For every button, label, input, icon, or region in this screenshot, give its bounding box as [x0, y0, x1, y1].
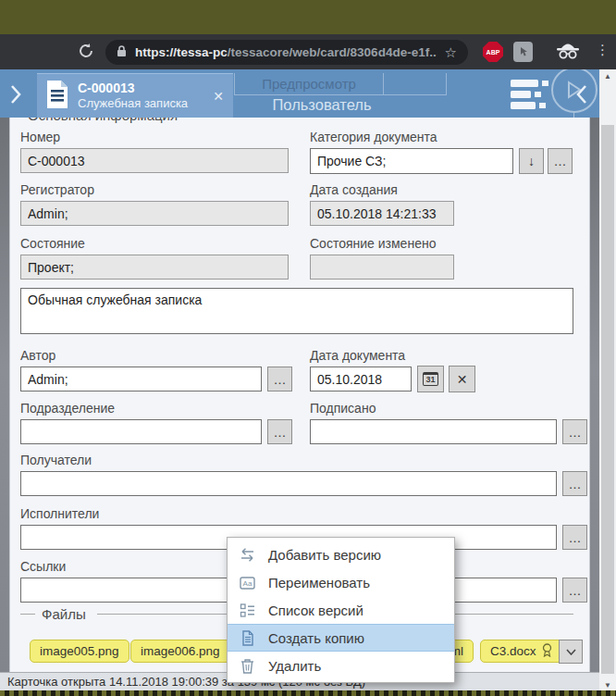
address-bar[interactable]: https://tessa-pc/tessacore/web/card/8306… — [105, 40, 468, 65]
label-recipients: Получатели — [20, 453, 92, 467]
extension-icon[interactable] — [513, 42, 533, 62]
tab-separator — [446, 73, 447, 94]
label-department: Подразделение — [20, 401, 115, 416]
document-icon — [46, 81, 68, 112]
url-text: https://tessa-pc/tessacore/web/card/8306… — [135, 45, 437, 59]
workflow-play-icon[interactable] — [551, 67, 598, 113]
left-side-strip — [0, 118, 9, 672]
signed-select-button[interactable]: … — [562, 419, 587, 444]
registrar-field — [20, 201, 289, 226]
file-chip[interactable]: image006.png — [130, 640, 230, 663]
label-created: Дата создания — [310, 182, 398, 197]
workflow-play-line — [573, 113, 574, 118]
browser-titlebar — [0, 0, 616, 34]
card-close-icon[interactable]: ✕ — [213, 89, 224, 104]
tab-preview[interactable]: Предпросмотр — [235, 73, 383, 94]
scroll-up-icon[interactable]: ▲ — [599, 69, 616, 84]
recipients-select-button[interactable]: … — [562, 471, 587, 496]
rename-icon: Aa — [239, 574, 256, 591]
doc-date-clear-icon[interactable]: ✕ — [449, 366, 475, 392]
section-title-files: Файлы — [42, 606, 86, 622]
file-context-menu: Добавить версию Aa Переименовать Список … — [227, 537, 455, 683]
file-chip[interactable]: image005.png — [30, 640, 129, 663]
scrollbar-thumb[interactable] — [601, 125, 614, 674]
category-field[interactable] — [310, 148, 513, 174]
label-performers: Исполнители — [20, 506, 99, 521]
card-tab-text: С-000013 Служебная записка — [78, 81, 188, 111]
label-signed: Подписано — [310, 401, 376, 416]
links-select-button[interactable]: … — [562, 578, 587, 603]
bottom-edge-strip — [0, 690, 616, 696]
menu-item-add-version[interactable]: Добавить версию — [228, 541, 454, 568]
state-field — [20, 255, 289, 280]
tab-user[interactable]: Пользователь — [248, 93, 396, 116]
subject-field[interactable]: Обычная служебная записка — [20, 288, 573, 334]
label-author: Автор — [20, 348, 55, 363]
menu-item-version-list[interactable]: Список версий — [228, 596, 454, 624]
recipients-field[interactable] — [20, 471, 557, 496]
department-select-button[interactable]: … — [267, 419, 292, 444]
performers-select-button[interactable]: … — [562, 525, 587, 550]
label-registrar: Регистратор — [20, 182, 94, 197]
card-type: Служебная записка — [78, 96, 188, 111]
department-field[interactable] — [20, 419, 262, 444]
card-number: С-000013 — [78, 81, 188, 96]
label-number: Номер — [20, 130, 60, 144]
file-chip[interactable]: C3.docx — [480, 640, 562, 663]
category-select-button[interactable]: … — [548, 148, 573, 174]
svg-text:Aa: Aa — [243, 579, 253, 588]
author-field[interactable] — [20, 367, 262, 392]
nav-expand-left-icon[interactable] — [9, 84, 22, 108]
version-list-icon — [239, 602, 256, 619]
menu-item-create-copy[interactable]: Создать копию — [228, 624, 454, 652]
bookmark-star-icon[interactable]: ☆ — [445, 44, 457, 61]
lock-icon — [117, 44, 127, 61]
label-state-changed: Состояние изменено — [310, 236, 436, 251]
label-state: Состояние — [20, 236, 85, 251]
category-dropdown-button[interactable]: ↓ — [519, 148, 544, 174]
cards-list-icon[interactable] — [511, 79, 555, 114]
tab-separator — [383, 73, 384, 94]
signed-field[interactable] — [310, 419, 557, 444]
label-doc-date: Дата документа — [310, 348, 405, 363]
signed-seal-icon — [542, 643, 552, 660]
right-side-strip — [590, 118, 599, 672]
number-field — [20, 148, 289, 173]
browser-menu-icon[interactable]: ⋮ — [596, 42, 610, 58]
incognito-icon — [554, 43, 582, 64]
label-links: Ссылки — [20, 559, 66, 574]
reload-icon[interactable] — [78, 43, 94, 63]
created-field — [310, 201, 454, 226]
state-changed-field — [310, 255, 454, 280]
label-category: Категория документа — [310, 130, 437, 144]
calendar-icon[interactable]: 31 — [417, 366, 444, 392]
trash-icon — [239, 657, 256, 675]
copy-document-icon — [239, 629, 256, 647]
card-tab[interactable]: С-000013 Служебная записка ✕ — [37, 73, 233, 118]
menu-item-delete[interactable]: Удалить — [228, 652, 454, 679]
files-more-dropdown-icon[interactable] — [559, 640, 583, 664]
files-header-line — [20, 614, 35, 615]
menu-item-rename[interactable]: Aa Переименовать — [228, 568, 454, 596]
swap-arrows-icon — [239, 546, 256, 564]
author-select-button[interactable]: … — [267, 367, 292, 392]
doc-date-field[interactable] — [310, 367, 412, 392]
